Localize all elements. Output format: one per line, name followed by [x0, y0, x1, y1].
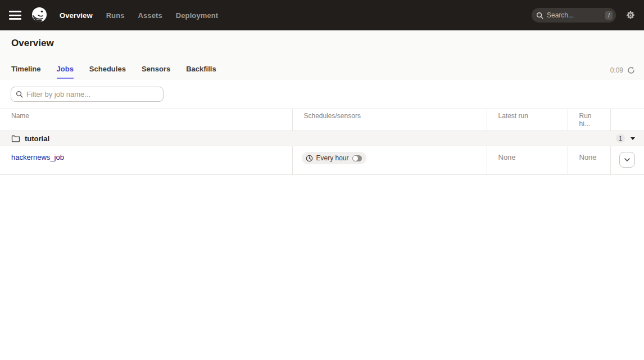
- nav-item-assets[interactable]: Assets: [138, 11, 162, 20]
- job-row: hackernews_job Every hour None None: [0, 146, 644, 175]
- latest-run-value: None: [498, 153, 516, 161]
- tab-jobs[interactable]: Jobs: [57, 65, 74, 79]
- job-filter-input[interactable]: [26, 90, 156, 98]
- global-search[interactable]: /: [532, 8, 616, 22]
- filter-bar: [0, 79, 644, 109]
- nav-item-deployment[interactable]: Deployment: [176, 11, 218, 20]
- jobs-table: Name Schedules/sensors Latest run Run hi…: [0, 109, 644, 175]
- folder-icon: [11, 134, 20, 142]
- page-title: Overview: [11, 30, 633, 49]
- schedule-toggle[interactable]: [352, 155, 362, 161]
- nav-item-runs[interactable]: Runs: [106, 11, 125, 20]
- refresh-countdown: 0:09: [610, 66, 623, 74]
- empty-content-area: [0, 175, 644, 360]
- column-header-latest-run: Latest run: [487, 109, 568, 131]
- hamburger-menu-icon[interactable]: [9, 11, 21, 20]
- tab-sensors[interactable]: Sensors: [142, 65, 170, 79]
- slash-shortcut-key: /: [605, 11, 613, 20]
- nav-links: Overview Runs Assets Deployment: [60, 11, 218, 20]
- page-header: Overview Timeline Jobs Schedules Sensors…: [0, 30, 644, 79]
- job-filter[interactable]: [11, 87, 164, 102]
- column-header-schedules: Schedules/sensors: [292, 109, 487, 131]
- search-input[interactable]: [547, 11, 596, 19]
- settings-gear-icon[interactable]: [626, 11, 635, 20]
- tab-schedules[interactable]: Schedules: [89, 65, 126, 79]
- refresh-icon[interactable]: [627, 66, 635, 74]
- search-icon: [16, 91, 23, 98]
- collapse-caret-icon[interactable]: [631, 137, 635, 140]
- job-link[interactable]: hackernews_job: [11, 153, 64, 161]
- clock-icon: [306, 155, 313, 162]
- schedule-chip[interactable]: Every hour: [302, 152, 366, 164]
- column-header-name: Name: [0, 109, 292, 131]
- tab-backfills[interactable]: Backfills: [186, 65, 216, 79]
- job-group-row[interactable]: tutorial 1: [0, 131, 644, 146]
- nav-item-overview[interactable]: Overview: [60, 11, 93, 20]
- search-icon: [536, 12, 543, 19]
- overview-tabs: Timeline Jobs Schedules Sensors Backfill…: [11, 65, 216, 79]
- chevron-down-icon: [624, 158, 631, 162]
- top-navbar: Overview Runs Assets Deployment /: [0, 0, 644, 30]
- schedule-label: Every hour: [316, 154, 349, 162]
- group-name: tutorial: [25, 134, 49, 143]
- group-count-badge: 1: [616, 134, 625, 143]
- row-expand-button[interactable]: [619, 152, 635, 168]
- column-header-actions: [610, 109, 644, 131]
- dagster-logo[interactable]: [30, 6, 48, 24]
- run-history-value: None: [579, 153, 597, 161]
- tab-timeline[interactable]: Timeline: [11, 65, 41, 79]
- column-header-run-history: Run hi...: [568, 109, 610, 131]
- table-header-row: Name Schedules/sensors Latest run Run hi…: [0, 109, 644, 131]
